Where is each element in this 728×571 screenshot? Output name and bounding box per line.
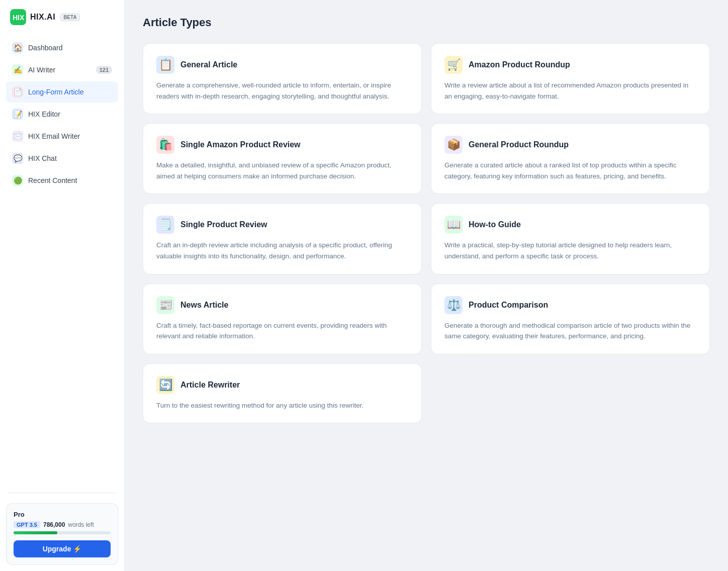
sidebar-item-dashboard[interactable]: 🏠 Dashboard [6,37,118,58]
card-header: 📰 News Article [156,296,408,314]
card-article-rewriter[interactable]: 🔄 Article Rewriter Turn to the easiest r… [143,363,422,424]
card-grid-row-2: 🛍️ Single Amazon Product Review Make a d… [143,123,710,194]
card-title: Single Product Review [180,220,267,229]
card-grid-row-4: 📰 News Article Craft a timely, fact-base… [143,283,710,354]
hix-editor-icon: 📝 [12,109,23,120]
gpt-badge: GPT 3.5 [14,521,40,528]
sidebar-item-recent-content[interactable]: 🟢 Recent Content [6,170,118,191]
sidebar-item-ai-writer[interactable]: ✍️ AI Writer 121 [6,59,118,80]
card-product-comparison[interactable]: ⚖️ Product Comparison Generate a thoroug… [431,283,710,354]
nav-list: 🏠 Dashboard ✍️ AI Writer 121 📄 Long-Form… [0,33,124,489]
card-header: 📋 General Article [156,56,408,74]
single-amazon-icon: 🛍️ [156,136,174,154]
card-amazon-product-roundup[interactable]: 🛒 Amazon Product Roundup Write a review … [431,43,710,114]
ai-writer-icon: ✍️ [12,64,23,75]
card-header: 📖 How-to Guide [444,216,696,234]
card-header: 🔄 Article Rewriter [156,376,408,394]
sidebar-divider [8,493,116,493]
sidebar-item-label: AI Writer [28,66,55,74]
product-comparison-icon: ⚖️ [444,296,463,314]
card-single-amazon-review[interactable]: 🛍️ Single Amazon Product Review Make a d… [143,123,422,194]
sidebar-item-long-form-article[interactable]: 📄 Long-Form Article [6,81,118,103]
hix-chat-icon: 💬 [12,153,23,164]
sidebar-item-label: HIX Email Writer [28,132,80,140]
single-product-review-icon: 🗒️ [156,216,174,234]
general-article-icon: 📋 [156,56,174,74]
sidebar-item-label: Long-Form Article [28,88,83,96]
card-description: Make a detailed, insightful, and unbiase… [156,160,408,181]
words-left-label: words left [68,521,94,528]
card-general-article[interactable]: 📋 General Article Generate a comprehensi… [143,43,422,114]
ai-writer-badge: 121 [96,66,112,74]
sidebar-item-label: Recent Content [28,176,77,184]
card-grid-row-3: 🗒️ Single Product Review Craft an in-dep… [143,203,710,274]
sidebar-item-label: HIX Editor [28,110,60,118]
card-description: Write a practical, step-by-step tutorial… [444,240,696,261]
how-to-guide-icon: 📖 [444,216,463,234]
page-title: Article Types [143,16,710,29]
card-description: Write a review article about a list of r… [444,80,696,102]
card-header: ⚖️ Product Comparison [444,296,696,314]
svg-text:HIX: HIX [13,14,25,22]
sidebar-item-label: HIX Chat [28,154,57,162]
hix-email-writer-icon: ✉️ [12,131,23,142]
card-grid-row-5: 🔄 Article Rewriter Turn to the easiest r… [143,363,710,424]
card-description: Generate a curated article about a ranke… [444,160,696,181]
words-left: 786,000 [43,521,65,528]
card-grid-row-1: 📋 General Article Generate a comprehensi… [143,43,710,114]
card-description: Turn to the easiest rewriting method for… [156,400,408,411]
logo-text: HIX.AI [30,13,55,22]
card-description: Generate a comprehensive, well-rounded a… [156,80,408,102]
sidebar: HIX HIX.AI BETA 🏠 Dashboard ✍️ AI Writer… [0,0,125,571]
card-title: Product Comparison [469,301,548,310]
card-description: Generate a thorough and methodical compa… [444,320,696,342]
article-rewriter-icon: 🔄 [156,376,174,394]
card-title: Amazon Product Roundup [469,60,570,69]
card-single-product-review[interactable]: 🗒️ Single Product Review Craft an in-dep… [143,203,422,274]
progress-bar-fill [14,531,57,534]
general-product-roundup-icon: 📦 [444,136,463,154]
sidebar-item-hix-email-writer[interactable]: ✉️ HIX Email Writer [6,126,118,147]
dashboard-icon: 🏠 [12,42,23,53]
card-description: Craft an in-depth review article includi… [156,240,408,261]
progress-bar [14,531,111,534]
card-title: News Article [180,301,228,310]
card-header: 🛍️ Single Amazon Product Review [156,136,408,154]
news-article-icon: 📰 [156,296,174,314]
card-header: 📦 General Product Roundup [444,136,696,154]
sidebar-item-label: Dashboard [28,44,63,52]
logo-area: HIX HIX.AI BETA [0,0,124,33]
gpt-info: GPT 3.5 786,000 words left [14,521,111,528]
card-title: General Product Roundup [469,140,569,149]
card-title: Single Amazon Product Review [180,140,301,149]
card-how-to-guide[interactable]: 📖 How-to Guide Write a practical, step-b… [431,203,710,274]
pro-box: Pro GPT 3.5 786,000 words left Upgrade ⚡ [6,503,118,565]
long-form-icon: 📄 [12,86,23,98]
amazon-roundup-icon: 🛒 [444,56,463,74]
card-title: How-to Guide [469,220,521,229]
sidebar-item-hix-editor[interactable]: 📝 HIX Editor [6,104,118,125]
card-title: General Article [180,60,237,69]
upgrade-button[interactable]: Upgrade ⚡ [14,540,111,557]
recent-content-icon: 🟢 [12,175,23,186]
pro-label: Pro [14,511,111,518]
sidebar-item-hix-chat[interactable]: 💬 HIX Chat [6,148,118,169]
card-news-article[interactable]: 📰 News Article Craft a timely, fact-base… [143,283,422,354]
main-content: Article Types 📋 General Article Generate… [125,0,728,571]
beta-badge: BETA [60,14,79,21]
card-title: Article Rewriter [180,380,240,390]
card-general-product-roundup[interactable]: 📦 General Product Roundup Generate a cur… [431,123,710,194]
hix-logo-icon: HIX [10,9,26,25]
card-description: Craft a timely, fact-based reportage on … [156,320,408,342]
card-header: 🗒️ Single Product Review [156,216,408,234]
card-header: 🛒 Amazon Product Roundup [444,56,696,74]
